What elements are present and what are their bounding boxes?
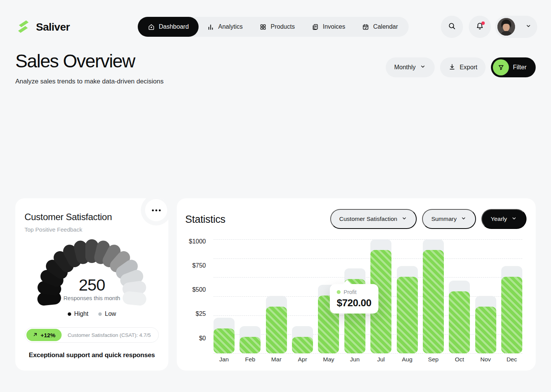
chevron-down-icon	[401, 215, 408, 223]
search-button[interactable]	[441, 16, 463, 38]
bar-nov[interactable]	[475, 239, 496, 353]
period-label: Monthly	[394, 64, 416, 71]
y-axis-tick: $1000	[184, 238, 206, 245]
nav-item-label: Analytics	[218, 23, 243, 30]
bar-dec[interactable]	[501, 239, 522, 353]
nav-item-analytics[interactable]: Analytics	[199, 17, 251, 37]
x-axis-tick: Dec	[501, 356, 522, 363]
chevron-down-icon	[419, 63, 426, 72]
arrow-up-right-icon	[33, 332, 38, 338]
x-axis-tick: May	[318, 356, 339, 363]
notifications-button[interactable]	[469, 16, 491, 38]
x-axis-tick: Nov	[475, 356, 496, 363]
y-axis-tick: $0	[184, 335, 206, 342]
x-axis-tick: Aug	[397, 356, 418, 363]
x-axis-tick: Oct	[449, 356, 470, 363]
page-subtitle: Analyze sales trends to make data-driven…	[15, 78, 163, 85]
bar-fill	[449, 291, 470, 353]
gauge-value: 250	[15, 276, 168, 294]
invoice-icon	[311, 23, 319, 31]
nav-item-dashboard[interactable]: Dashboard	[138, 17, 199, 37]
search-icon	[448, 22, 456, 32]
csat-score-text: Customer Satisfaction (CSAT): 4.7/5	[68, 332, 151, 338]
profit-dot-icon	[337, 290, 341, 294]
nav-item-label: Invoices	[323, 23, 345, 30]
export-button[interactable]: Export	[440, 57, 486, 77]
nav-item-label: Calendar	[373, 23, 398, 30]
stats-filter-yearly[interactable]: Yearly	[481, 209, 527, 229]
chevron-down-icon	[511, 215, 517, 223]
csat-footnote: Exceptional support and quick responses	[15, 351, 168, 359]
export-label: Export	[460, 64, 477, 71]
card-menu-button[interactable]	[145, 199, 167, 221]
bar-fill	[292, 337, 313, 353]
home-icon	[148, 23, 155, 31]
x-axis-tick: Feb	[240, 356, 261, 363]
bar-jan[interactable]	[214, 239, 235, 353]
user-menu[interactable]	[495, 16, 537, 38]
bar-fill	[501, 277, 522, 353]
nav-item-label: Products	[271, 23, 295, 30]
saliver-logo-icon	[15, 18, 31, 36]
x-axis-tick: Jan	[214, 356, 235, 363]
bar-fill	[423, 250, 444, 353]
bar-apr[interactable]	[292, 239, 313, 353]
main-nav: DashboardAnalyticsProductsInvoicesCalend…	[138, 17, 409, 37]
period-dropdown[interactable]: Monthly	[386, 57, 435, 77]
filter-label: Yearly	[491, 216, 507, 222]
x-axis-tick: Apr	[292, 356, 313, 363]
y-axis-labels: $1000$750$500$25$0	[184, 198, 206, 371]
legend-dot-icon	[68, 312, 71, 316]
bar-chart-icon	[207, 23, 214, 31]
chevron-down-icon	[460, 215, 467, 223]
x-axis-tick: Mar	[266, 356, 287, 363]
nav-item-products[interactable]: Products	[251, 17, 303, 37]
stats-filter-customer-satisfaction[interactable]: Customer Satisfaction	[330, 209, 417, 229]
bar-feb[interactable]	[240, 239, 261, 353]
nav-item-calendar[interactable]: Calendar	[354, 17, 406, 37]
filter-label: Summary	[431, 216, 456, 222]
statistics-filters: Customer SatisfactionSummaryYearly	[330, 209, 527, 229]
y-axis-tick: $500	[184, 286, 206, 293]
bar-oct[interactable]	[449, 239, 470, 353]
bar-fill	[214, 328, 235, 353]
brand: Saliver	[15, 18, 70, 36]
ellipsis-icon	[152, 209, 161, 211]
page-title: Sales Overview	[15, 51, 135, 72]
gauge-caption: Responses this month	[15, 295, 168, 301]
avatar	[497, 18, 515, 36]
bar-fill	[475, 307, 496, 353]
delta-value: +12%	[41, 332, 55, 338]
gridline	[214, 353, 522, 354]
funnel-icon	[493, 59, 509, 75]
filter-label: Filter	[513, 64, 527, 71]
bar-aug[interactable]	[397, 239, 418, 353]
bar-fill	[397, 277, 418, 353]
csat-card-title: Customer Satisfaction	[24, 212, 112, 222]
download-icon	[448, 63, 456, 72]
legend-item-hight: Hight	[68, 310, 88, 317]
x-axis-labels: JanFebMarAprMayJunJulAugSepOctNovDec	[214, 356, 522, 363]
bar-sep[interactable]	[423, 239, 444, 353]
csat-badge-row: +12% Customer Satisfaction (CSAT): 4.7/5	[25, 327, 159, 343]
x-axis-tick: Sep	[423, 356, 444, 363]
brand-name: Saliver	[36, 21, 70, 33]
legend-label: Hight	[74, 310, 88, 317]
dashboard-screen: Saliver DashboardAnalyticsProductsInvoic…	[0, 0, 551, 392]
calendar-icon	[362, 23, 369, 31]
y-axis-tick: $750	[184, 262, 206, 269]
chart-tooltip: Profit $720.00	[330, 284, 378, 314]
nav-item-label: Dashboard	[159, 23, 189, 30]
bar-mar[interactable]	[266, 239, 287, 353]
tooltip-arrow	[342, 280, 352, 285]
tooltip-value: $720.00	[337, 297, 372, 309]
x-axis-tick: Jun	[344, 356, 365, 363]
stats-filter-summary[interactable]: Summary	[422, 209, 476, 229]
nav-item-invoices[interactable]: Invoices	[303, 17, 354, 37]
page-actions: Monthly Export Filter	[386, 57, 536, 77]
filter-button[interactable]: Filter	[491, 57, 536, 77]
x-axis-tick: Jul	[370, 356, 391, 363]
gauge-legend: HightLow	[15, 310, 168, 317]
notification-badge	[481, 21, 485, 25]
legend-item-low: Low	[98, 310, 116, 317]
